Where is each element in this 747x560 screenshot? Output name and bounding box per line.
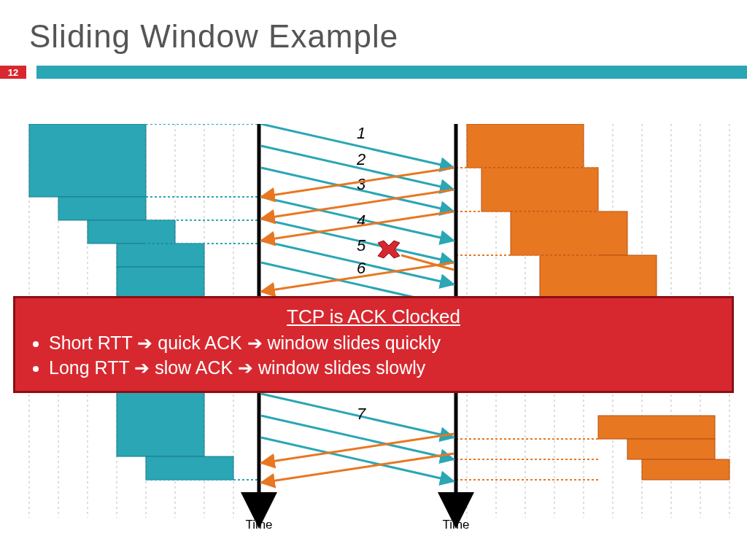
slide-title: Sliding Window Example	[0, 0, 747, 66]
sender-window	[29, 124, 146, 197]
sender-window	[146, 456, 233, 480]
packet-label: 1	[357, 124, 365, 142]
packet-label: 5	[357, 236, 366, 254]
accent-row: 12	[0, 66, 747, 79]
page-number-badge: 12	[0, 66, 26, 79]
receiver-window	[627, 439, 715, 459]
packet-label: 6	[357, 259, 366, 277]
sender-window	[88, 220, 175, 244]
accent-bar	[36, 66, 747, 79]
receiver-window	[642, 459, 729, 480]
packet-label: 3	[357, 175, 366, 193]
callout-bullet: Short RTT ➔ quick ACK ➔ window slides qu…	[49, 331, 720, 356]
receiver-window	[540, 255, 657, 299]
receiver-window	[511, 211, 627, 255]
axis-label: Time	[442, 518, 469, 532]
callout-list: Short RTT ➔ quick ACK ➔ window slides qu…	[27, 331, 720, 381]
callout-box: TCP is ACK Clocked Short RTT ➔ quick ACK…	[13, 296, 734, 393]
callout-title: TCP is ACK Clocked	[27, 306, 720, 328]
sender-window	[58, 197, 146, 220]
callout-bullet: Long RTT ➔ slow ACK ➔ window slides slow…	[49, 356, 720, 381]
packet-label: 7	[357, 405, 366, 423]
receiver-window	[467, 124, 584, 168]
receiver-window	[598, 416, 715, 439]
axis-label: Time	[245, 518, 272, 532]
sender-window	[117, 244, 204, 267]
receiver-window	[481, 168, 598, 211]
packet-label: 2	[356, 150, 365, 168]
